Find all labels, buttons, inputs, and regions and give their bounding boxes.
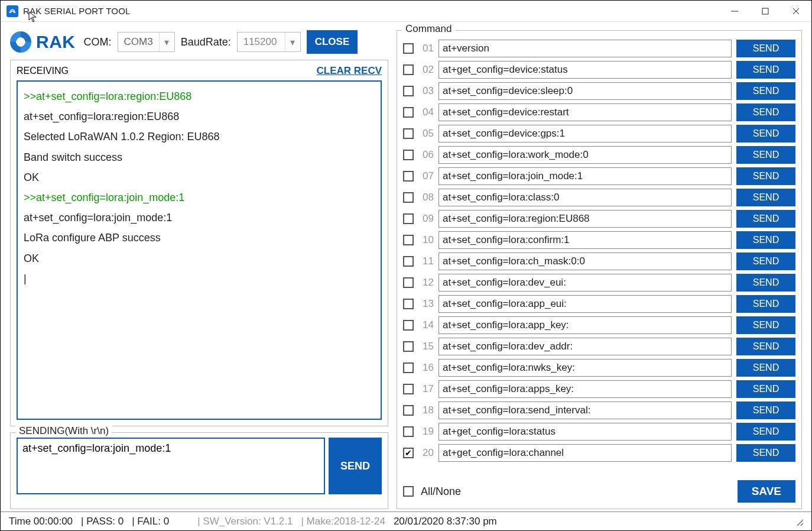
command-send-button[interactable]: SEND	[736, 402, 795, 419]
command-row-number: 03	[418, 85, 434, 97]
maximize-button[interactable]	[750, 1, 781, 22]
command-checkbox[interactable]	[403, 43, 414, 54]
command-input[interactable]	[439, 103, 732, 121]
com-label: COM:	[84, 36, 112, 48]
command-row-number: 08	[418, 192, 434, 203]
command-input[interactable]	[439, 125, 732, 143]
command-send-button[interactable]: SEND	[736, 359, 795, 377]
baud-select[interactable]: 115200 ▾	[237, 32, 301, 52]
command-send-button[interactable]: SEND	[736, 82, 795, 100]
command-send-button[interactable]: SEND	[736, 274, 795, 292]
command-checkbox[interactable]	[403, 341, 414, 352]
command-checkbox[interactable]	[403, 277, 414, 288]
command-input[interactable]	[439, 61, 732, 79]
command-input[interactable]	[439, 82, 732, 100]
com-select[interactable]: COM3 ▾	[118, 32, 175, 52]
command-send-button[interactable]: SEND	[736, 146, 795, 164]
command-row-number: 01	[418, 43, 434, 54]
recv-line: LoRa configure ABP success	[24, 228, 375, 248]
svg-rect-1	[762, 8, 768, 14]
command-input[interactable]	[439, 274, 732, 292]
command-row: 19SEND	[403, 422, 795, 441]
command-row: 13SEND	[403, 294, 795, 313]
command-checkbox[interactable]	[403, 150, 414, 160]
all-none-checkbox[interactable]	[403, 486, 414, 497]
command-checkbox[interactable]	[403, 448, 414, 458]
resize-grip-icon[interactable]	[795, 517, 803, 526]
recv-line: >>at+set_config=lora:region:EU868	[24, 86, 375, 106]
command-send-button[interactable]: SEND	[736, 189, 795, 206]
command-checkbox[interactable]	[403, 235, 414, 245]
command-checkbox[interactable]	[403, 213, 414, 224]
command-checkbox[interactable]	[403, 299, 414, 309]
minimize-button[interactable]	[719, 1, 750, 22]
command-checkbox[interactable]	[403, 362, 414, 373]
command-input[interactable]	[439, 423, 732, 441]
receiving-textarea[interactable]: >>at+set_config=lora:region:EU868at+set_…	[17, 80, 382, 420]
command-row: 20SEND	[403, 443, 795, 462]
command-send-button[interactable]: SEND	[736, 103, 795, 121]
command-checkbox[interactable]	[403, 64, 414, 75]
command-send-button[interactable]: SEND	[736, 380, 795, 398]
command-send-button[interactable]: SEND	[736, 295, 795, 313]
command-send-button[interactable]: SEND	[736, 338, 795, 355]
command-checkbox[interactable]	[403, 86, 414, 96]
command-checkbox[interactable]	[403, 128, 414, 139]
command-checkbox[interactable]	[403, 384, 414, 394]
command-checkbox[interactable]	[403, 107, 414, 118]
command-row: 02SEND	[403, 60, 795, 79]
command-row-number: 20	[418, 447, 434, 459]
command-row: 03SEND	[403, 82, 795, 101]
command-send-button[interactable]: SEND	[736, 210, 795, 228]
clear-recv-button[interactable]: CLEAR RECV	[316, 65, 382, 77]
receiving-legend: RECEIVING	[17, 66, 69, 76]
send-button[interactable]: SEND	[329, 438, 382, 494]
command-input[interactable]	[439, 316, 732, 334]
command-send-button[interactable]: SEND	[736, 125, 795, 143]
command-input[interactable]	[439, 359, 732, 377]
command-row: 09SEND	[403, 209, 795, 228]
command-checkbox[interactable]	[403, 256, 414, 267]
command-input[interactable]	[439, 210, 732, 228]
command-row-number: 19	[418, 426, 434, 438]
command-row: 14SEND	[403, 316, 795, 335]
close-button[interactable]: CLOSE	[307, 30, 358, 54]
command-input[interactable]	[439, 252, 732, 270]
command-send-button[interactable]: SEND	[736, 316, 795, 334]
command-input[interactable]	[439, 167, 732, 185]
close-window-button[interactable]	[781, 1, 811, 22]
sending-input[interactable]	[17, 438, 325, 494]
command-input[interactable]	[439, 338, 732, 355]
command-checkbox[interactable]	[403, 426, 414, 437]
command-row: 12SEND	[403, 273, 795, 292]
command-input[interactable]	[439, 295, 732, 313]
command-send-button[interactable]: SEND	[736, 444, 795, 462]
command-checkbox[interactable]	[403, 171, 414, 182]
command-send-button[interactable]: SEND	[736, 167, 795, 185]
command-row-number: 13	[418, 298, 434, 310]
recv-line: Selected LoRaWAN 1.0.2 Region: EU868	[24, 127, 375, 147]
command-input[interactable]	[439, 444, 732, 462]
command-row-number: 07	[418, 170, 434, 182]
command-legend: Command	[402, 23, 455, 35]
command-send-button[interactable]: SEND	[736, 252, 795, 270]
command-input[interactable]	[439, 40, 732, 57]
command-send-button[interactable]: SEND	[736, 40, 795, 57]
command-row-number: 09	[418, 213, 434, 225]
command-send-button[interactable]: SEND	[736, 423, 795, 441]
command-send-button[interactable]: SEND	[736, 61, 795, 79]
status-bar: Time 00:00:00 | PASS: 0 | FAIL: 0 | SW_V…	[1, 511, 811, 530]
command-checkbox[interactable]	[403, 320, 414, 331]
command-input[interactable]	[439, 146, 732, 164]
command-checkbox[interactable]	[403, 192, 414, 203]
command-checkbox[interactable]	[403, 405, 414, 416]
save-button[interactable]: SAVE	[738, 480, 795, 503]
window-title: RAK SERIAL PORT TOOL	[23, 6, 131, 16]
command-input[interactable]	[439, 380, 732, 398]
command-input[interactable]	[439, 231, 732, 249]
command-row: 17SEND	[403, 380, 795, 399]
command-send-button[interactable]: SEND	[736, 231, 795, 249]
command-input[interactable]	[439, 402, 732, 419]
command-input[interactable]	[439, 189, 732, 206]
recv-line: at+set_config=lora:region:EU868	[24, 106, 375, 127]
